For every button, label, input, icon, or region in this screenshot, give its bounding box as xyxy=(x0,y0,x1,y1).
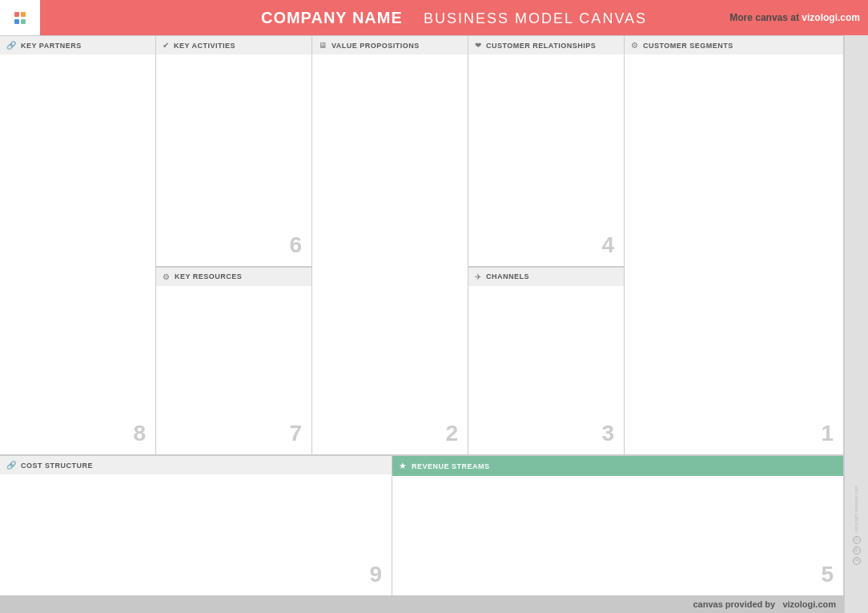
cost-structure-icon: 🔗 xyxy=(6,461,16,470)
channels-header: ✈ CHANNELS xyxy=(468,268,624,286)
customer-relationships-number: 4 xyxy=(601,232,614,258)
key-resources-cell: ⚙ KEY RESOURCES 7 xyxy=(156,267,312,455)
key-partners-label: KEY PARTNERS xyxy=(21,42,82,50)
key-partners-content[interactable]: 8 xyxy=(0,54,155,454)
value-propositions-header: 🖥 VALUE PROPOSITIONS xyxy=(312,36,468,54)
revenue-streams-header: ★ REVENUE STREAMS xyxy=(392,456,843,476)
key-resources-header: ⚙ KEY RESOURCES xyxy=(156,268,311,286)
revenue-streams-number: 5 xyxy=(821,562,834,587)
right-sidebar: copyright vizologi.com © ® ™ xyxy=(844,35,868,613)
value-propositions-label: VALUE PROPOSITIONS xyxy=(332,42,420,50)
key-resources-icon: ⚙ xyxy=(163,272,170,281)
key-resources-label: KEY RESOURCES xyxy=(175,272,242,280)
canvas-area: 🔗 KEY PARTNERS 8 ✔ KEY ACTIVITIES 6 ⚙ xyxy=(0,35,868,613)
channels-icon: ✈ xyxy=(475,272,481,281)
key-partners-header: 🔗 KEY PARTNERS xyxy=(0,36,155,54)
copyright-icon-3: ™ xyxy=(853,557,861,565)
customer-segments-header: ⚙ CUSTOMER SEGMENTS xyxy=(625,36,843,54)
key-partners-column: 🔗 KEY PARTNERS 8 xyxy=(0,36,156,455)
customer-segments-content[interactable]: 1 xyxy=(625,54,843,454)
header-link-prefix: More canvas at xyxy=(729,12,799,23)
customer-relationships-cell: ❤ CUSTOMER RELATIONSHIPS 4 xyxy=(468,36,625,267)
revenue-streams-icon: ★ xyxy=(399,461,407,471)
key-activities-label: KEY ACTIVITIES xyxy=(174,42,235,50)
copyright-icons: © ® ™ xyxy=(853,536,861,565)
customer-segments-label: CUSTOMER SEGMENTS xyxy=(643,42,733,50)
cost-structure-label: COST STRUCTURE xyxy=(21,462,93,470)
value-propositions-number: 2 xyxy=(445,421,458,446)
footer-link: vizologi.com xyxy=(782,599,836,609)
revenue-streams-content[interactable]: 5 xyxy=(392,476,843,595)
customer-segments-column: ⚙ CUSTOMER SEGMENTS 1 xyxy=(625,36,844,455)
cost-structure-header: 🔗 COST STRUCTURE xyxy=(0,456,392,474)
key-activities-header: ✔ KEY ACTIVITIES xyxy=(156,36,311,54)
key-activities-icon: ✔ xyxy=(163,41,169,50)
key-activities-cell: ✔ KEY ACTIVITIES 6 xyxy=(156,36,312,267)
channels-number: 3 xyxy=(601,421,614,446)
cost-structure-content[interactable]: 9 xyxy=(0,474,392,595)
footer-text: canvas provided by vizologi.com xyxy=(693,599,836,609)
bottom-section: 🔗 COST STRUCTURE 9 ★ REVENUE STREAMS 5 xyxy=(0,455,868,595)
copyright-icon-2: ® xyxy=(853,546,861,555)
sidebar-copyright-text: copyright vizologi.com xyxy=(854,486,860,533)
logo xyxy=(0,0,40,35)
value-propositions-column: 🖥 VALUE PROPOSITIONS 2 xyxy=(312,36,468,455)
key-partners-number: 8 xyxy=(133,421,146,446)
customer-relationships-content[interactable]: 4 xyxy=(468,54,624,266)
customer-relationships-label: CUSTOMER RELATIONSHIPS xyxy=(486,42,596,50)
channels-label: CHANNELS xyxy=(486,272,529,280)
customer-relationships-header: ❤ CUSTOMER RELATIONSHIPS xyxy=(468,36,624,54)
canvas-title-label: BUSINESS MODEL CANVAS xyxy=(424,10,647,26)
channels-content[interactable]: 3 xyxy=(468,286,624,454)
revenue-streams-label: REVENUE STREAMS xyxy=(412,462,490,470)
customer-segments-icon: ⚙ xyxy=(631,41,638,50)
header-link-url: vizologi.com xyxy=(802,12,860,23)
company-name-label: COMPANY NAME xyxy=(261,9,403,26)
customer-rel-column: ❤ CUSTOMER RELATIONSHIPS 4 ✈ CHANNELS 3 xyxy=(468,36,625,455)
revenue-streams-column: ★ REVENUE STREAMS 5 xyxy=(392,456,844,595)
footer-bar: canvas provided by vizologi.com xyxy=(0,595,844,613)
header: COMPANY NAME BUSINESS MODEL CANVAS More … xyxy=(0,0,868,35)
header-link: More canvas at vizologi.com xyxy=(729,12,860,23)
key-partners-icon: 🔗 xyxy=(6,41,16,50)
key-activities-number: 6 xyxy=(289,232,302,258)
key-activities-content[interactable]: 6 xyxy=(156,54,311,266)
customer-segments-number: 1 xyxy=(821,421,834,446)
top-section: 🔗 KEY PARTNERS 8 ✔ KEY ACTIVITIES 6 ⚙ xyxy=(0,35,868,455)
copyright-icon-1: © xyxy=(853,536,861,544)
cost-structure-number: 9 xyxy=(369,562,382,587)
key-resources-content[interactable]: 7 xyxy=(156,286,311,454)
channels-cell: ✈ CHANNELS 3 xyxy=(468,267,625,455)
key-activities-column: ✔ KEY ACTIVITIES 6 ⚙ KEY RESOURCES 7 xyxy=(156,36,312,455)
customer-relationships-icon: ❤ xyxy=(475,41,481,50)
cost-structure-column: 🔗 COST STRUCTURE 9 xyxy=(0,456,392,595)
key-resources-number: 7 xyxy=(289,421,302,446)
value-propositions-icon: 🖥 xyxy=(319,41,327,50)
value-propositions-content[interactable]: 2 xyxy=(312,54,468,454)
footer-prefix: canvas provided by xyxy=(693,599,775,609)
